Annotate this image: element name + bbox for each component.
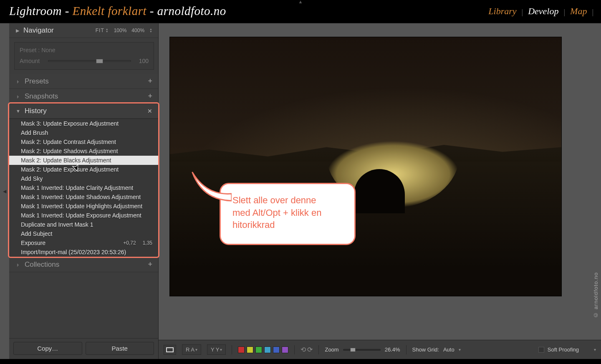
left-panel: ▶ Navigator FIT▲▼ 100% 400% ▲▼ Preset : …	[9, 23, 159, 359]
collapse-top-icon[interactable]: ▲	[298, 0, 303, 4]
soft-proofing-checkbox[interactable]	[538, 347, 544, 353]
color-label-swatches	[238, 346, 288, 353]
history-list: Mask 3: Update Exposure AdjustmentAdd Br…	[9, 119, 158, 257]
module-nav: Library | Develop | Map |	[488, 6, 592, 17]
preset-label: Preset : None	[20, 47, 149, 53]
navigator-label: Navigator	[23, 26, 54, 35]
add-collection-button[interactable]: +	[148, 260, 152, 269]
snapshots-label: Snapshots	[25, 92, 58, 101]
history-row[interactable]: Add Subject	[9, 229, 158, 238]
annotation-callout: Slett alle over denne med Alt/Opt + klik…	[220, 183, 356, 245]
collections-label: Collections	[25, 260, 59, 269]
nav-map[interactable]: Map	[570, 6, 587, 17]
nav-separator: |	[522, 8, 523, 17]
amount-label: Amount	[20, 58, 44, 64]
history-row[interactable]: Mask 2: Update Blacks Adjustment	[9, 156, 158, 165]
history-row[interactable]: Mask 2: Update Exposure Adjustment	[9, 165, 158, 174]
zoom-slider[interactable]	[343, 349, 381, 351]
soft-proofing-label: Soft Proofing	[548, 346, 579, 353]
before-after-ra-button[interactable]: R A▾	[182, 344, 201, 355]
nav-100-button[interactable]: 100%	[114, 28, 127, 33]
history-row[interactable]: Mask 1 Inverted: Update Shadows Adjustme…	[9, 192, 158, 202]
history-row[interactable]: Add Sky	[9, 174, 158, 183]
show-grid-label: Show Grid:	[412, 346, 439, 353]
callout-text: Slett alle over denne	[232, 194, 343, 207]
copy-button[interactable]: Copy…	[13, 342, 82, 355]
stepper-icon[interactable]: ▲▼	[149, 28, 152, 33]
history-row[interactable]: Mask 1 Inverted: Update Highlights Adjus…	[9, 202, 158, 211]
zoom-label: Zoom	[325, 346, 338, 353]
history-row[interactable]: Mask 2: Update Shadows Adjustment	[9, 147, 158, 156]
collections-header[interactable]: ⏵Collections +	[9, 257, 158, 272]
watermark: © arnoldfoto.no	[593, 272, 599, 318]
nav-develop[interactable]: Develop	[528, 6, 558, 17]
amount-slider[interactable]	[48, 60, 131, 62]
navigator-header[interactable]: ▶ Navigator FIT▲▼ 100% 400% ▲▼	[9, 23, 158, 38]
color-swatch[interactable]	[247, 346, 253, 353]
amount-value: 100	[135, 58, 149, 64]
slider-handle[interactable]	[96, 59, 103, 63]
history-row[interactable]: Exposure+0,721,35	[9, 238, 158, 248]
add-preset-button[interactable]: +	[148, 77, 152, 86]
clear-history-button[interactable]: ✕	[147, 108, 152, 114]
toolbar-menu-icon[interactable]: ▾	[594, 347, 596, 352]
nav-library[interactable]: Library	[488, 6, 516, 17]
history-row[interactable]: Duplicate and Invert Mask 1	[9, 220, 158, 229]
redo-button[interactable]: ⟳	[307, 346, 313, 354]
zoom-value: 26.4%	[385, 346, 400, 353]
paste-button[interactable]: Paste	[86, 342, 154, 355]
history-row[interactable]: Import/Import-mal (25/02/2023 20:53:26)	[9, 248, 158, 257]
nav-separator: |	[563, 8, 565, 17]
before-after-yy-button[interactable]: Y Y▾	[207, 344, 226, 355]
history-header[interactable]: ▼History ✕	[9, 104, 158, 119]
app-title: Lightroom - Enkelt forklart - arnoldfoto…	[9, 4, 226, 18]
history-row[interactable]: Mask 1 Inverted: Update Clarity Adjustme…	[9, 183, 158, 192]
presets-label: Presets	[25, 77, 49, 86]
snapshots-header[interactable]: ⏵Snapshots +	[9, 89, 158, 104]
nav-400-button[interactable]: 400%	[131, 28, 144, 33]
callout-text: hitorikkrad	[232, 219, 343, 231]
triangle-right-icon: ▶	[16, 28, 19, 33]
preview-image	[169, 37, 562, 296]
chevron-icon: ⏵	[16, 262, 20, 267]
add-snapshot-button[interactable]: +	[148, 92, 152, 101]
undo-button[interactable]: ⟲	[300, 346, 306, 354]
callout-text: med Alt/Opt + klikk en	[232, 207, 343, 219]
color-swatch[interactable]	[282, 346, 288, 353]
nav-fit-button[interactable]: FIT▲▼	[96, 28, 109, 33]
history-row[interactable]: Add Brush	[9, 128, 158, 137]
chevron-left-icon: ◀	[3, 189, 6, 194]
presets-header[interactable]: ⏵Presets +	[9, 74, 158, 89]
triangle-down-icon: ▼	[16, 109, 20, 114]
collapse-left-gutter[interactable]: ◀	[0, 23, 9, 359]
history-panel: ▼History ✕ Mask 3: Update Exposure Adjus…	[9, 104, 158, 257]
loupe-view-button[interactable]	[164, 345, 176, 355]
nav-separator: |	[592, 8, 593, 17]
color-swatch[interactable]	[255, 346, 262, 353]
color-swatch[interactable]	[264, 346, 271, 353]
bottom-toolbar: R A▾ Y Y▾ ⟲ ⟳ Zoom 26.4% Show Grid: Auto…	[159, 340, 601, 359]
color-swatch[interactable]	[273, 346, 280, 353]
history-label: History	[25, 107, 47, 115]
amount-preset-box: Preset : None Amount 100	[14, 42, 154, 70]
chevron-down-icon[interactable]: ▾	[459, 347, 461, 352]
chevron-icon: ⏵	[16, 79, 20, 84]
history-row[interactable]: Mask 1 Inverted: Update Exposure Adjustm…	[9, 211, 158, 220]
chevron-icon: ⏵	[16, 94, 20, 99]
history-row[interactable]: Mask 2: Update Contrast Adjustment	[9, 137, 158, 147]
color-swatch[interactable]	[238, 346, 245, 353]
history-row[interactable]: Mask 3: Update Exposure Adjustment	[9, 119, 158, 128]
show-grid-value[interactable]: Auto	[443, 346, 455, 353]
